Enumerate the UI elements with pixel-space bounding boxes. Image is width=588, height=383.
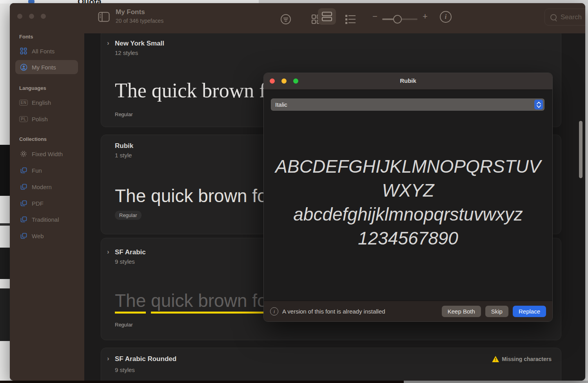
font-name: New York Small xyxy=(115,40,164,47)
sidebar-item-label: All Fonts xyxy=(32,48,54,55)
stacked-view-button[interactable] xyxy=(318,8,336,25)
chevron-right-icon[interactable]: › xyxy=(107,39,109,47)
toolbar-subtitle: 20 of 346 typefaces xyxy=(116,18,163,24)
sidebar-item-pdf[interactable]: PDF xyxy=(15,196,78,210)
sidebar-item-label: Traditional xyxy=(32,216,59,223)
background-fragment xyxy=(0,248,10,279)
sidebar-section-collections: Collections xyxy=(19,136,47,142)
sidebar-item-label: Modern xyxy=(32,184,52,190)
stacked-view-icon xyxy=(321,11,332,22)
search-field[interactable] xyxy=(544,9,585,26)
sidebar-item-all-fonts[interactable]: All Fonts xyxy=(15,44,78,58)
font-style-count: 9 styles xyxy=(115,367,135,373)
sample-digits: 1234567890 xyxy=(273,226,543,250)
background-app-icon-fragment xyxy=(28,0,34,3)
dialog-titlebar[interactable]: Rubik xyxy=(264,73,552,90)
sidebar-section-fonts: Fonts xyxy=(19,34,33,40)
skip-button[interactable]: Skip xyxy=(485,306,508,317)
screen: Quota t Fonts All Fonts xyxy=(0,0,588,383)
language-pl-badge: PL xyxy=(19,116,28,122)
background-fragment xyxy=(0,381,404,383)
font-name: SF Arabic Rounded xyxy=(115,355,176,363)
dialog-title: Rubik xyxy=(264,77,552,84)
chevron-right-icon[interactable]: › xyxy=(107,248,109,256)
font-style-count: 1 style xyxy=(115,152,132,159)
missing-glyph-segment: The xyxy=(115,290,146,314)
font-style-pill: Regular xyxy=(115,212,142,219)
sidebar-item-web[interactable]: Web xyxy=(15,229,78,243)
already-installed-message: A version of this font is already instal… xyxy=(282,308,385,315)
sidebar-item-english[interactable]: EN English xyxy=(15,95,78,109)
sidebar-toggle-icon[interactable] xyxy=(98,12,110,22)
style-select[interactable]: Italic xyxy=(271,98,544,111)
collection-icon xyxy=(19,216,28,223)
font-style-label: Regular xyxy=(115,111,133,117)
font-style-count: 9 styles xyxy=(115,258,135,265)
toolbar: My Fonts 20 of 346 typefaces xyxy=(84,3,585,33)
sidebar-item-label: English xyxy=(32,99,51,106)
search-icon xyxy=(550,14,557,20)
sidebar-item-modern[interactable]: Modern xyxy=(15,180,78,194)
sidebar-item-label: Web xyxy=(32,233,44,239)
background-fragment xyxy=(0,288,10,341)
sample-uppercase: ABCDEFGHIJKLMNOPQRSTUVWXYZ xyxy=(273,155,543,202)
toolbar-title: My Fonts xyxy=(116,8,145,16)
background-fragment xyxy=(0,223,10,226)
chevron-right-icon[interactable]: › xyxy=(107,355,109,363)
collection-icon xyxy=(19,167,28,174)
background-window-right-fragment: t xyxy=(585,4,588,381)
language-en-badge: EN xyxy=(19,100,28,106)
replace-button[interactable]: Replace xyxy=(513,306,546,317)
collection-icon xyxy=(19,200,28,207)
scrollbar-thumb[interactable] xyxy=(579,121,583,178)
search-input[interactable] xyxy=(560,13,585,22)
collection-icon xyxy=(19,233,28,239)
font-name: Rubik xyxy=(115,142,133,150)
sidebar-item-label: Fixed Width xyxy=(32,151,63,157)
sidebar-section-languages: Languages xyxy=(19,85,46,91)
keep-both-button[interactable]: Keep Both xyxy=(442,306,481,317)
sidebar-item-polish[interactable]: PL Polish xyxy=(15,112,78,126)
zoom-in-button[interactable]: + xyxy=(423,12,428,21)
size-slider-knob[interactable] xyxy=(393,15,402,24)
sidebar-item-label: PDF xyxy=(32,200,44,207)
minimize-button[interactable] xyxy=(29,14,34,19)
gear-icon xyxy=(19,150,28,157)
warning-icon: ! xyxy=(492,356,499,362)
sidebar: Fonts All Fonts My Fonts xyxy=(10,3,84,381)
font-name: SF Arabic xyxy=(115,248,146,256)
style-select-value: Italic xyxy=(275,101,287,108)
background-fragment xyxy=(404,381,588,383)
list-view-icon[interactable] xyxy=(345,14,356,24)
font-style-label: Regular xyxy=(115,322,133,328)
filter-icon[interactable] xyxy=(280,14,291,25)
sidebar-item-traditional[interactable]: Traditional xyxy=(15,212,78,226)
chevron-up-down-icon xyxy=(534,100,543,109)
sidebar-item-fixed-width[interactable]: Fixed Width xyxy=(15,147,78,161)
missing-characters-warning: ! Missing characters xyxy=(492,356,552,362)
sidebar-item-label: Polish xyxy=(32,116,48,122)
close-button[interactable] xyxy=(17,14,22,19)
font-sample-preview: ABCDEFGHIJKLMNOPQRSTUVWXYZ abcdefghijklm… xyxy=(264,118,552,287)
font-style-count: 12 styles xyxy=(115,49,138,56)
background-fragment xyxy=(0,145,10,196)
zoom-button[interactable] xyxy=(41,14,46,19)
sidebar-item-label: Fun xyxy=(32,167,42,174)
grid-icon xyxy=(19,47,28,55)
user-icon xyxy=(19,64,28,71)
sidebar-item-my-fonts[interactable]: My Fonts xyxy=(15,60,78,74)
font-row-sf-arabic-rounded[interactable]: › SF Arabic Rounded 9 styles ! Missing c… xyxy=(101,348,561,381)
collection-icon xyxy=(19,184,28,190)
sidebar-item-fun[interactable]: Fun xyxy=(15,163,78,177)
sample-lowercase: abcdefghijklmnopqrstuvwxyz xyxy=(273,202,543,226)
warning-label: Missing characters xyxy=(502,356,552,362)
zoom-out-button[interactable]: − xyxy=(372,12,377,21)
info-icon[interactable]: i xyxy=(440,11,452,23)
info-icon: i xyxy=(270,307,278,316)
sidebar-item-label: My Fonts xyxy=(32,64,56,71)
background-window-left-fragment xyxy=(0,4,10,381)
dialog-footer: i A version of this font is already inst… xyxy=(264,301,552,322)
rubik-dialog: Rubik Italic ABCDEFGHIJKLMNOPQRSTUVWXYZ … xyxy=(263,73,553,322)
